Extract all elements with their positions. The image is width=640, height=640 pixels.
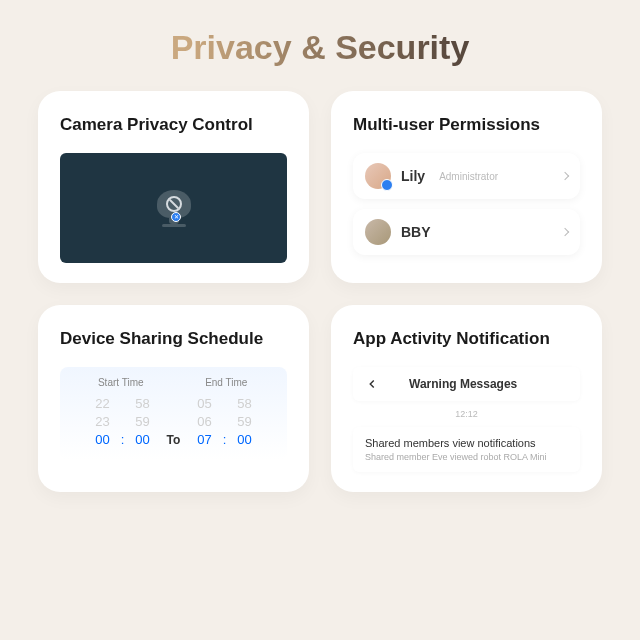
user-role: Administrator [439, 171, 498, 182]
notification-item-body: Shared member Eve viewed robot ROLA Mini [365, 452, 568, 462]
hour[interactable]: 07 [193, 432, 217, 447]
card-multi-user: Multi-user Permissions Lily Administrato… [331, 91, 602, 283]
user-name: Lily [401, 168, 425, 184]
camera-preview[interactable]: ✕ [60, 153, 287, 263]
hour: 23 [91, 414, 115, 429]
start-time-label: Start Time [68, 377, 174, 388]
user-row-lily[interactable]: Lily Administrator [353, 153, 580, 199]
card-title: App Activity Notification [353, 329, 580, 349]
hour: 06 [193, 414, 217, 429]
card-schedule: Device Sharing Schedule Start Time End T… [38, 305, 309, 492]
camera-badge-icon: ✕ [171, 212, 181, 222]
user-name: BBY [401, 224, 431, 240]
notification-header: Warning Messages [353, 367, 580, 401]
card-camera-privacy: Camera Privacy Control ✕ [38, 91, 309, 283]
minute: 59 [131, 414, 155, 429]
card-title: Device Sharing Schedule [60, 329, 287, 349]
hour[interactable]: 00 [91, 432, 115, 447]
card-title: Multi-user Permissions [353, 115, 580, 135]
schedule-header: Start Time End Time [68, 377, 279, 388]
chevron-right-icon [561, 172, 569, 180]
end-time-label: End Time [174, 377, 280, 388]
notification-item-title: Shared members view notifications [365, 437, 568, 449]
camera-disabled-icon: ✕ [157, 190, 191, 227]
notification-title: Warning Messages [409, 377, 517, 391]
time-row: 23 59 06 59 [68, 414, 279, 429]
notification-panel: Warning Messages 12:12 Shared members vi… [353, 367, 580, 472]
user-row-bby[interactable]: BBY [353, 209, 580, 255]
hour: 22 [91, 396, 115, 411]
hour: 05 [193, 396, 217, 411]
back-arrow-icon[interactable] [365, 377, 379, 391]
notification-item[interactable]: Shared members view notifications Shared… [353, 427, 580, 472]
avatar [365, 219, 391, 245]
minute[interactable]: 00 [233, 432, 257, 447]
colon: : [119, 432, 127, 447]
user-list: Lily Administrator BBY [353, 153, 580, 255]
time-row-selected[interactable]: 00 : 00 To 07 : 00 [68, 432, 279, 447]
minute: 59 [233, 414, 257, 429]
card-grid: Camera Privacy Control ✕ Multi-user Perm… [0, 91, 640, 492]
minute: 58 [131, 396, 155, 411]
avatar [365, 163, 391, 189]
card-title: Camera Privacy Control [60, 115, 287, 135]
chevron-right-icon [561, 228, 569, 236]
to-label: To [159, 433, 189, 447]
page-title: Privacy & Security [0, 0, 640, 91]
notification-timestamp: 12:12 [353, 409, 580, 419]
time-row: 22 58 05 58 [68, 396, 279, 411]
colon: : [221, 432, 229, 447]
card-activity: App Activity Notification Warning Messag… [331, 305, 602, 492]
time-picker[interactable]: Start Time End Time 22 58 05 58 23 59 06… [60, 367, 287, 460]
minute: 58 [233, 396, 257, 411]
minute[interactable]: 00 [131, 432, 155, 447]
